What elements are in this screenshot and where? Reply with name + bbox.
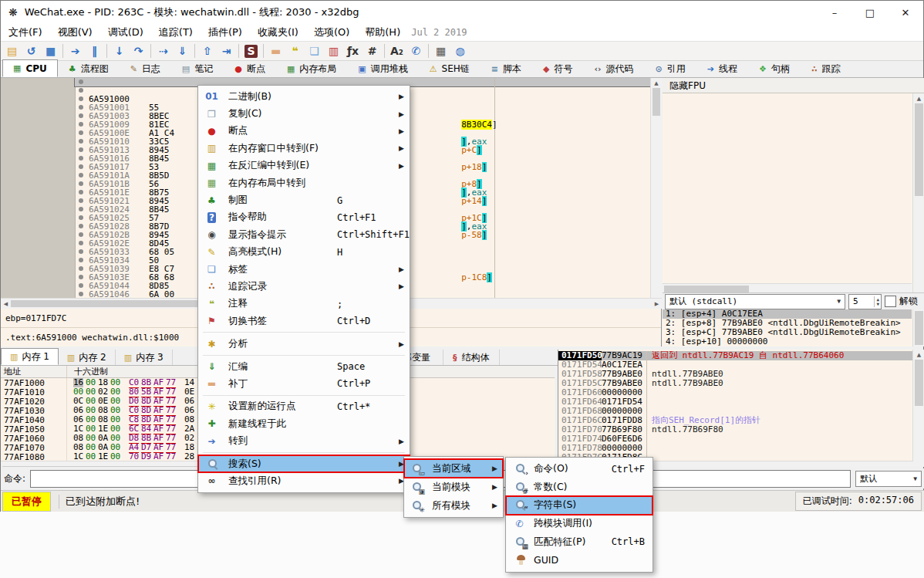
tab-trace[interactable]: ∴ 跟踪	[801, 60, 851, 77]
scroll-up-icon[interactable]: ▲	[651, 78, 662, 88]
tab-struct[interactable]: § 结构体	[443, 350, 500, 365]
breakpoint-dot-icon[interactable]	[79, 79, 83, 84]
step-into-icon[interactable]: ↓	[110, 42, 129, 59]
binary-icon[interactable]: 01 二进制(B) ▶	[198, 88, 410, 105]
breakpoint-dot-icon[interactable]	[79, 249, 83, 254]
breakpoint-dot-icon[interactable]	[79, 173, 83, 177]
register-row[interactable]: EDI 77B9ABE0 <ntdll.DbgUiRemoteBreakin>	[670, 163, 912, 172]
menu-bar-item[interactable]: 插件(P)	[201, 25, 250, 39]
tab-references[interactable]: ⊙ 引用	[645, 60, 696, 77]
run-to-user-code-icon[interactable]: ⇢	[153, 42, 173, 59]
menu-separator[interactable]: ▶	[198, 353, 410, 358]
register-row[interactable]: EBX 00000000	[670, 107, 912, 117]
copy-icon[interactable]: ❐ 复制(C) ▶	[198, 105, 410, 122]
breakpoint-icon[interactable]: ● 断点 ▶	[198, 123, 410, 140]
breakpoint-dot-icon[interactable]	[79, 198, 83, 203]
find-references-icon[interactable]: ∞ 查找引用(R) ▶	[198, 472, 410, 489]
menu-separator[interactable]: ▶	[198, 330, 410, 335]
restart-icon[interactable]: ↺	[22, 42, 41, 59]
breakpoint-dot-icon[interactable]	[79, 139, 83, 144]
register-row[interactable]: OF 0 SF 0 DF 0	[670, 218, 912, 228]
maximize-button[interactable]: □	[852, 1, 888, 24]
about-icon[interactable]: ◍	[450, 42, 470, 59]
register-row[interactable]	[670, 191, 912, 200]
search-pattern-icon[interactable]: ▦ 匹配特征(P) Ctrl+B	[506, 532, 653, 551]
new-thread-here-icon[interactable]: ✚ 新建线程于此 ▶	[198, 415, 410, 432]
registers-pane[interactable]: 隐藏FPU EAX 01186000 EBX 00000000 ECX 77B9…	[663, 78, 924, 346]
graph-icon[interactable]: ♣ 制图 G ▶	[198, 191, 410, 208]
stack-arguments-list[interactable]: 1: [esp+4] A0C17EEA 2: [esp+8] 77B9ABE0 …	[663, 309, 912, 346]
toolbar-separator[interactable]	[60, 42, 66, 59]
breakpoint-dot-icon[interactable]	[79, 130, 83, 135]
breakpoint-dot-icon[interactable]	[79, 122, 83, 127]
register-row[interactable]	[670, 265, 912, 274]
register-row[interactable]: EDX 77B9ABE0 <ntdll.DbgUiRemoteBreakin>	[670, 126, 912, 135]
breakpoint-dot-icon[interactable]	[79, 181, 83, 186]
step-over-icon[interactable]: ↷	[129, 42, 148, 59]
tab-cpu[interactable]: ▦ CPU	[2, 59, 58, 77]
toolbar-separator[interactable]	[148, 42, 153, 59]
tab-breakpoints[interactable]: ● 断点	[224, 60, 276, 77]
pause-icon[interactable]: ‖	[85, 42, 104, 59]
stack-argument-row[interactable]: 1: [esp+4] A0C17EEA	[663, 309, 912, 319]
toolbar-separator[interactable]	[104, 42, 110, 59]
register-row[interactable]: ESI 77B9ABE0 <ntdll.DbgUiRemoteBreakin>	[670, 154, 912, 163]
breakpoint-dot-icon[interactable]	[79, 232, 83, 237]
registers-vscrollbar[interactable]: ▲	[912, 93, 924, 292]
stack-vscrollbar[interactable]: ▲	[912, 350, 924, 467]
search-icon[interactable]: 搜索(S) ▶	[198, 455, 410, 472]
analyze-icon[interactable]: ✱ 分析 ▶	[198, 335, 410, 352]
register-row[interactable]: LastStatus 00000000 (STATUS_SUCCESS)	[670, 255, 912, 265]
toggle-bookmark-icon[interactable]: ⚑ 切换书签 Ctrl+D ▶	[198, 313, 410, 330]
stack-pane[interactable]: 0171FD50 77B9AC19 返回到 ntdll.77B9AC19 自 n…	[558, 350, 924, 467]
bookmark-icon[interactable]: ▥	[324, 42, 343, 59]
menu-bar-item[interactable]: 帮助(H)	[357, 25, 408, 39]
guid-icon[interactable]: GUID	[506, 551, 653, 570]
scroll-right-icon[interactable]: ▶	[652, 301, 662, 307]
breakpoint-dot-icon[interactable]	[79, 147, 83, 152]
toolbar-separator[interactable]	[426, 42, 431, 59]
close-button[interactable]: ✕	[888, 1, 923, 24]
follow-in-disassembler-icon[interactable]: ▦ 在反汇编中转到(E) ▶	[198, 157, 410, 174]
tab-symbols[interactable]: ◆ 符号	[532, 60, 583, 77]
close-debuggee-icon[interactable]: ■	[41, 42, 60, 59]
tab-dump-2[interactable]: ▥ 内存 2	[59, 350, 116, 365]
menu-bar-item[interactable]: 收藏夹(I)	[250, 25, 306, 39]
breakpoint-dot-icon[interactable]	[79, 241, 83, 245]
highlighting-mode-icon[interactable]: ✎ 高亮模式(H) H ▶	[198, 244, 410, 261]
register-row[interactable]: CF 0 TF 0 IF 1	[670, 228, 912, 237]
modified-calls-icon[interactable]: ✆	[406, 42, 426, 59]
tab-dump-1[interactable]: ▥ 内存 1	[1, 348, 59, 365]
goto-icon[interactable]: ➔ 转到 ▶	[198, 432, 410, 449]
register-row[interactable]: GS 002B FS 0053	[670, 274, 912, 283]
breakpoint-dot-icon[interactable]	[79, 105, 83, 110]
follow-in-dump-icon[interactable]: ▥ 在内存窗口中转到(F) ▶	[198, 140, 410, 157]
menu-separator[interactable]: ▶	[198, 393, 410, 398]
patch-icon[interactable]: ▬ 补丁 Ctrl+P ▶	[198, 375, 410, 392]
breakpoint-dot-icon[interactable]	[79, 113, 83, 118]
tab-memory-map[interactable]: ▦ 内存布局	[276, 60, 347, 77]
toolbar-separator[interactable]	[192, 42, 197, 59]
open-file-icon[interactable]: ▤	[2, 42, 22, 59]
tab-source[interactable]: ‹› 源代码	[583, 60, 644, 77]
register-row[interactable]: ECX 77B9ABE0 <ntdll.DbgUiRemoteBreakin>	[670, 117, 912, 126]
tab-threads[interactable]: ➔ 线程	[696, 60, 748, 77]
menu-bar-item[interactable]: 视图(V)	[50, 25, 100, 39]
menu-bar-item[interactable]: 文件(F)	[1, 25, 50, 39]
hide-fpu-button[interactable]: 隐藏FPU	[663, 78, 924, 93]
calculator-icon[interactable]: ▦	[431, 42, 450, 59]
register-row[interactable]	[670, 172, 912, 181]
trace-record-icon[interactable]: ∴ 追踪记录 ▶	[198, 278, 410, 295]
search-current-module-icon[interactable]: ▣ 当前模块 ▶	[404, 478, 503, 496]
menu-bar-item[interactable]: 追踪(T)	[151, 25, 201, 39]
register-row[interactable]: EAX 01186000	[670, 98, 912, 107]
tab-graph[interactable]: ♣ 流程图	[58, 60, 120, 77]
register-row[interactable]: ZF 1 PF 1 AF 0	[670, 209, 912, 218]
comment-icon[interactable]: ❝	[285, 42, 305, 59]
stack-argument-row[interactable]: 3: [esp+C] 77B9ABE0 <ntdll.DbgUiRemoteBr…	[663, 328, 912, 337]
register-row[interactable]	[670, 237, 912, 246]
register-row[interactable]: EIP 77B64061 ntdll.77B64061	[670, 181, 912, 191]
breakpoint-dot-icon[interactable]	[79, 190, 83, 194]
mnemonic-brief-icon[interactable]: ◉ 显示指令提示 Ctrl+Shift+F1 ▶	[198, 226, 410, 243]
set-new-origin-icon[interactable]: ✳ 设置新的运行点 Ctrl+* ▶	[198, 398, 410, 415]
